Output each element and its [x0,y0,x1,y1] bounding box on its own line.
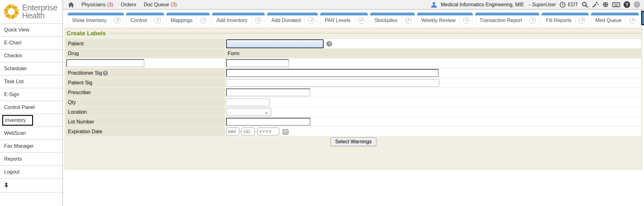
sidebar-item-reports[interactable]: Reports [0,152,63,165]
sidebar-item-logout[interactable]: Logout [0,165,63,178]
date-separator: - [255,129,257,134]
tab-accent-strip [212,13,265,15]
globe-phone-icon[interactable] [602,1,609,8]
nav-label: Doc Queue [144,2,169,8]
expiration-day-input[interactable] [242,128,255,135]
open-in-new-icon: ↗ [463,17,469,24]
patient-input[interactable] [226,39,324,48]
sunflower-logo-icon [3,3,20,20]
sidebar-item-e-chart[interactable]: E-Chart [0,36,63,49]
tab-arrow-wrap[interactable]: ↗ [252,15,264,26]
tab-par-levels[interactable]: PAR Levels↗ [320,13,368,26]
tab-blank-labels[interactable]: Blank Labels [641,11,644,25]
tab-accent-strip [126,13,164,15]
tab-add-inventory[interactable]: Add Inventory↗ [212,13,265,26]
top-nav-physicians[interactable]: Physicians(3) [81,2,113,8]
lot-number-label: Lot Number [66,117,225,126]
sidebar-item-control-panel[interactable]: Control Panel [0,101,63,114]
tab-label: Transaction Report [475,18,526,23]
qty-cell [225,98,641,107]
prescriber-input[interactable] [226,89,310,96]
tab-arrow-wrap[interactable]: ↗ [197,15,209,26]
search-icon[interactable] [581,1,588,8]
tab-transaction-report[interactable]: Transaction Report↗ [475,13,539,26]
top-nav-orders[interactable]: Orders [121,2,136,8]
tab-body: Mappings↗ [166,15,210,26]
tab-med-queue[interactable]: Med Queue↗ [591,13,639,26]
tab-show-inventory[interactable]: Show Inventory↗ [68,13,124,26]
sidebar-pin-toggle[interactable] [0,178,63,192]
tab-control[interactable]: Control↗ [126,13,164,26]
user-cluster: Medical Informatics Engineering, MIE - S… [430,1,640,8]
calendar-icon[interactable] [282,129,289,135]
practitioner-sig-input[interactable] [226,69,439,77]
sidebar-item-e-sign[interactable]: E-Sign [0,88,63,101]
sidebar-item-label: Logout [4,169,19,175]
sidebar-item-label: Fax Manager [4,143,34,149]
tab-arrow-wrap[interactable]: ↗ [402,15,414,26]
sidebar-item-fax-manager[interactable]: Fax Manager [0,140,63,152]
expiration-year-input[interactable] [257,128,279,135]
help-icon[interactable]: ? [624,1,630,8]
tab-body: PAR Levels↗ [320,15,368,26]
practitioner-sig-help-icon[interactable]: ? [103,71,108,76]
tab-body: Med Queue↗ [591,15,639,26]
patient-sig-row: Patient Sig [66,78,641,87]
tab-add-donated[interactable]: Add Donated↗ [267,13,318,26]
tab-weekly-review[interactable]: Weekly Review↗ [417,13,473,26]
open-in-new-icon: ↗ [579,17,585,24]
expiration-date-row: Expiration Date -- [66,127,641,136]
sidebar-item-inventory[interactable]: Inventory [0,114,63,127]
patient-sig-input[interactable] [226,79,439,87]
tab-arrow-wrap[interactable]: ↗ [626,15,639,26]
form-cell [225,59,641,68]
sidebar-item-task-list[interactable]: Task List [0,75,63,88]
select-warnings-button[interactable]: Select Warnings [330,137,376,146]
expiration-month-input[interactable] [226,128,239,135]
location-select[interactable]: ⌄ [226,108,271,116]
tab-mappings[interactable]: Mappings↗ [166,13,210,26]
tab-fill-reports[interactable]: Fill Reports↗ [541,13,589,26]
wand-icon[interactable] [592,1,599,8]
patient-sig-label: Patient Sig [66,78,225,87]
panel-title: Create Labels [67,30,106,37]
tab-arrow-wrap[interactable]: ↗ [460,15,473,26]
nav-label: Orders [121,2,136,8]
form-input[interactable] [226,59,289,67]
tab-body: Add Inventory↗ [212,15,265,26]
drug-input[interactable] [66,59,144,67]
sidebar-item-webscan[interactable]: WebScan [0,127,63,140]
tab-label: Add Donated [267,18,305,23]
qty-input[interactable] [226,99,269,106]
pin-icon [4,182,8,189]
lot-number-input[interactable] [226,118,310,126]
tab-arrow-wrap[interactable]: ↗ [151,15,164,26]
tab-body: Add Donated↗ [267,15,318,26]
status-dot[interactable] [634,1,640,8]
patient-help-icon[interactable]: ? [326,41,332,47]
practitioner-sig-label-cell: Practitioner Sig? [66,68,225,77]
sidebar-item-checkin[interactable]: Checkin [0,49,63,62]
drug-label: Drug [66,49,225,58]
qty-label: Qty [66,98,225,107]
tab-stockpiles[interactable]: Stockpiles↗ [370,13,415,26]
tab-arrow-wrap[interactable]: ↗ [355,15,368,26]
tab-accent-strip [475,13,539,15]
keyboard-icon[interactable] [612,2,620,7]
home-button[interactable] [68,1,75,8]
tab-arrow-wrap[interactable]: ↗ [575,15,588,26]
clock-icon[interactable] [559,2,566,8]
tab-label: Stockpiles [370,18,402,23]
logo-text: Enterprise Health [22,4,58,20]
sidebar-item-label: Reports [4,156,22,162]
sidebar-item-scheduler[interactable]: Scheduler [0,62,63,75]
tab-arrow-wrap[interactable]: ↗ [305,15,318,26]
open-in-new-icon: ↗ [358,17,364,24]
sidebar-item-quick-view[interactable]: Quick View [0,23,63,36]
tab-arrow-wrap[interactable]: ↗ [526,15,539,26]
lot-number-row: Lot Number [66,117,641,126]
tab-arrow-wrap[interactable]: ↗ [111,15,124,26]
user-role: - SuperUser [529,2,556,8]
sidebar: Enterprise Health Quick ViewE-ChartCheck… [0,0,63,206]
top-nav-doc-queue[interactable]: Doc Queue(3) [144,2,177,8]
